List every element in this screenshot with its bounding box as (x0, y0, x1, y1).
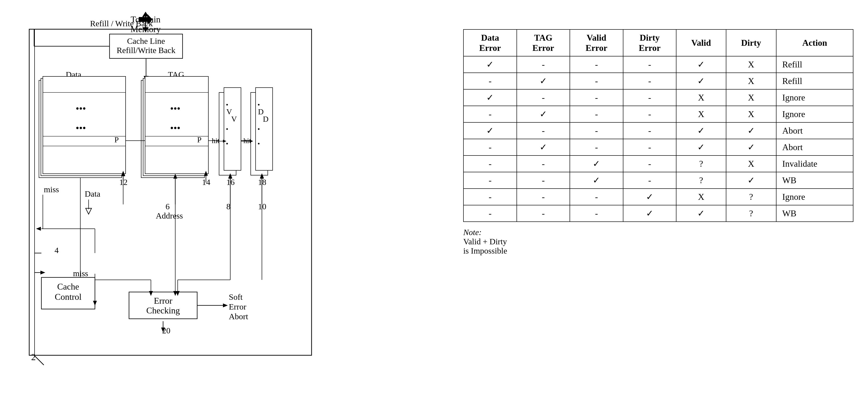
table-cell: ✓ (517, 139, 570, 155)
table-cell: - (517, 172, 570, 189)
table-cell: X (726, 56, 776, 73)
svg-text:•: • (226, 101, 228, 109)
svg-text:Control: Control (55, 292, 82, 302)
table-cell: ? (676, 172, 726, 189)
table-cell: ✓ (676, 56, 726, 73)
table-cell: ✓ (517, 106, 570, 122)
table-cell: - (623, 73, 676, 89)
svg-text:miss: miss (44, 185, 59, 194)
table-cell: - (517, 205, 570, 222)
note-label: Note: (463, 228, 482, 237)
table-cell: - (463, 73, 517, 89)
table-cell: Abort (776, 139, 853, 155)
svg-text:Error: Error (154, 296, 172, 306)
svg-text:•: • (226, 140, 228, 148)
svg-text:8: 8 (226, 202, 230, 211)
svg-text:•••: ••• (76, 123, 86, 133)
svg-text:P: P (197, 135, 202, 144)
svg-text:miss: miss (73, 269, 88, 278)
table-cell: ✓ (676, 139, 726, 155)
table-cell: Ignore (776, 189, 853, 205)
table-note: Note: Valid + Dirtyis Impossible (463, 228, 854, 255)
col-header-action: Action (776, 29, 853, 56)
table-cell: ? (726, 189, 776, 205)
table-cell: - (517, 89, 570, 106)
svg-text:•••: ••• (76, 103, 86, 114)
table-cell: ✓ (463, 122, 517, 139)
table-section: DataError TAGError ValidError DirtyError… (463, 10, 854, 392)
table-cell: - (463, 205, 517, 222)
label-2: 2 (31, 352, 36, 362)
table-cell: ? (676, 155, 726, 172)
table-cell: X (726, 155, 776, 172)
table-cell: - (463, 139, 517, 155)
table-cell: ✓ (676, 205, 726, 222)
table-cell: - (623, 155, 676, 172)
table-row: -✓--✓XRefill (463, 73, 853, 89)
table-cell: - (623, 122, 676, 139)
table-cell: - (623, 89, 676, 106)
svg-marker-99 (223, 304, 228, 307)
svg-text:P: P (115, 135, 119, 144)
table-cell: ✓ (463, 56, 517, 73)
svg-text:D: D (263, 115, 269, 123)
svg-text:Refill / Write Back: Refill / Write Back (90, 19, 153, 28)
diagram-section: 2 To Main Memory Cache Line Refill/Write… (14, 10, 444, 392)
table-cell: - (570, 122, 623, 139)
svg-text:Checking: Checking (146, 306, 180, 315)
table-cell: - (623, 139, 676, 155)
table-cell: ✓ (570, 155, 623, 172)
error-table: DataError TAGError ValidError DirtyError… (463, 29, 854, 222)
svg-text:Refill/Write Back: Refill/Write Back (117, 46, 175, 55)
table-row: -✓--✓✓Abort (463, 139, 853, 155)
table-cell: ✓ (623, 189, 676, 205)
col-header-tag-error: TAGError (517, 29, 570, 56)
table-cell: - (463, 155, 517, 172)
svg-text:4: 4 (55, 246, 59, 255)
svg-marker-109 (36, 227, 41, 231)
table-cell: - (570, 205, 623, 222)
table-cell: - (517, 189, 570, 205)
table-cell: ? (726, 205, 776, 222)
table-cell: - (623, 106, 676, 122)
table-cell: - (463, 189, 517, 205)
svg-text:Cache Line: Cache Line (127, 36, 165, 45)
table-cell: ✓ (726, 139, 776, 155)
table-cell: - (517, 122, 570, 139)
svg-text:Error: Error (229, 302, 246, 311)
table-cell: ✓ (623, 205, 676, 222)
table-cell: - (570, 73, 623, 89)
col-header-data-error: DataError (463, 29, 517, 56)
table-cell: X (676, 189, 726, 205)
col-header-dirty-error: DirtyError (623, 29, 676, 56)
table-cell: - (570, 89, 623, 106)
svg-text:•: • (257, 101, 260, 109)
table-cell: WB (776, 172, 853, 189)
svg-text:•: • (226, 125, 228, 133)
table-row: ---✓✓?WB (463, 205, 853, 222)
table-cell: Ignore (776, 106, 853, 122)
table-cell: Refill (776, 56, 853, 73)
svg-text:V: V (231, 115, 237, 123)
table-cell: - (570, 56, 623, 73)
svg-marker-123 (40, 271, 45, 275)
table-cell: X (676, 106, 726, 122)
table-cell: - (623, 172, 676, 189)
table-cell: X (726, 89, 776, 106)
svg-text:6: 6 (165, 202, 169, 211)
svg-text:Abort: Abort (229, 312, 248, 321)
table-cell: ✓ (517, 73, 570, 89)
table-cell: ✓ (676, 122, 726, 139)
table-row: --✓-?XInvalidate (463, 155, 853, 172)
table-cell: ✓ (726, 172, 776, 189)
svg-marker-6 (143, 12, 149, 17)
svg-text:Address: Address (156, 211, 183, 220)
svg-text:•: • (257, 140, 260, 148)
table-cell: - (517, 155, 570, 172)
table-cell: ✓ (570, 172, 623, 189)
col-header-valid: Valid (676, 29, 726, 56)
table-row: ✓---✓XRefill (463, 56, 853, 73)
table-cell: ✓ (676, 73, 726, 89)
table-cell: - (570, 189, 623, 205)
table-row: -✓--XXIgnore (463, 106, 853, 122)
